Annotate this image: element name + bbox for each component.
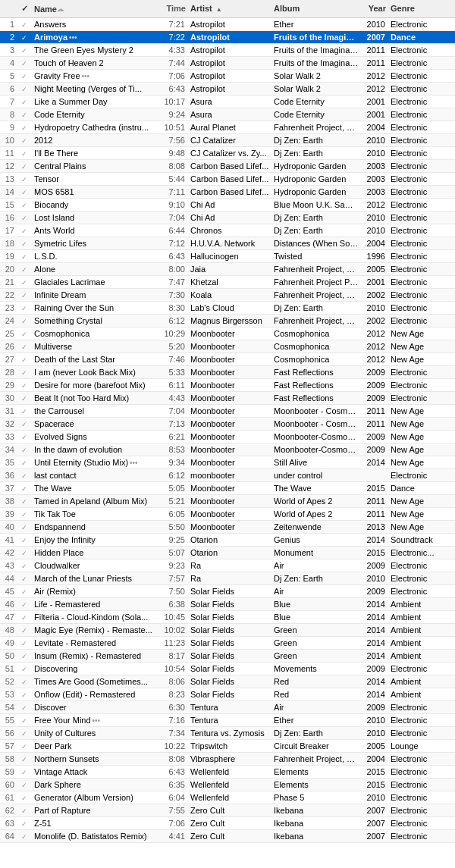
row-checkbox[interactable]: ✓ (17, 535, 32, 544)
row-checkbox[interactable]: ✓ (17, 174, 32, 183)
row-checkbox[interactable]: ✓ (17, 136, 32, 145)
row-checkbox[interactable]: ✓ (17, 45, 32, 55)
row-checkbox[interactable]: ✓ (17, 832, 32, 841)
table-row[interactable]: 24 ✓ Something Crystal 6:12 Magnus Birge… (0, 315, 455, 327)
table-row[interactable]: 37 ✓ The Wave 5:05 Moonbooter The Wave 2… (0, 482, 455, 495)
row-checkbox[interactable]: ✓ (17, 638, 32, 647)
header-name[interactable]: Name ☁ (32, 2, 159, 15)
row-checkbox[interactable]: ✓ (17, 393, 32, 403)
table-row[interactable]: 44 ✓ March of the Lunar Priests 7:57 Ra … (0, 572, 455, 585)
table-row[interactable]: 27 ✓ Death of the Last Star 7:46 Moonboo… (0, 353, 455, 366)
table-row[interactable]: 8 ✓ Code Eternity 9:24 Asura Code Eterni… (0, 108, 455, 121)
row-checkbox[interactable]: ✓ (17, 806, 32, 815)
row-checkbox[interactable]: ✓ (17, 342, 32, 351)
table-row[interactable]: 28 ✓ I am (never Look Back Mix) 5:33 Moo… (0, 366, 455, 379)
table-row[interactable]: 58 ✓ Northern Sunsets 8:08 Vibrasphere F… (0, 753, 455, 766)
row-checkbox[interactable]: ✓ (17, 239, 32, 248)
table-row[interactable]: 16 ✓ Lost Island 7:04 Chi Ad Dj Zen: Ear… (0, 212, 455, 224)
table-row[interactable]: 31 ✓ the Carrousel 7:04 Moonbooter Moonb… (0, 405, 455, 418)
row-checkbox[interactable]: ✓ (17, 625, 32, 635)
table-row[interactable]: 3 ✓ The Green Eyes Mystery 2 4:33 Astrop… (0, 44, 455, 57)
table-row[interactable]: 32 ✓ Spacerace 7:13 Moonbooter Moonboote… (0, 418, 455, 431)
table-row[interactable]: 57 ✓ Deer Park 10:22 Tripswitch Circuit … (0, 740, 455, 753)
row-checkbox[interactable]: ✓ (17, 651, 32, 660)
table-row[interactable]: 12 ✓ Central Plains 8:08 Carbon Based Li… (0, 160, 455, 173)
row-checkbox[interactable]: ✓ (17, 33, 32, 42)
table-row[interactable]: 34 ✓ In the dawn of evolution 8:53 Moonb… (0, 443, 455, 456)
row-checkbox[interactable]: ✓ (17, 303, 32, 312)
table-row[interactable]: 5 ✓ Gravity Free••• 7:06 Astropilot Sola… (0, 70, 455, 83)
table-row[interactable]: 55 ✓ Free Your Mind••• 7:16 Tentura Ethe… (0, 714, 455, 727)
row-checkbox[interactable]: ✓ (17, 97, 32, 106)
table-row[interactable]: 41 ✓ Enjoy the Infinity 9:25 Otarion Gen… (0, 534, 455, 547)
table-row[interactable]: 51 ✓ Discovering 10:54 Solar Fields Move… (0, 663, 455, 675)
table-row[interactable]: 33 ✓ Evolved Signs 6:21 Moonbooter Moonb… (0, 431, 455, 443)
row-checkbox[interactable]: ✓ (17, 290, 32, 299)
row-checkbox[interactable]: ✓ (17, 716, 32, 725)
table-row[interactable]: 9 ✓ Hydropoetry Cathedra (instru... 10:5… (0, 121, 455, 134)
table-row[interactable]: 10 ✓ 2012 7:56 CJ Catalizer Dj Zen: Eart… (0, 134, 455, 147)
row-checkbox[interactable]: ✓ (17, 471, 32, 480)
table-row[interactable]: 11 ✓ I'll Be There 9:48 CJ Catalizer vs.… (0, 147, 455, 160)
table-row[interactable]: 40 ✓ Endspannend 5:50 Moonbooter Zeitenw… (0, 521, 455, 534)
table-row[interactable]: 15 ✓ Biocandy 9:10 Chi Ad Blue Moon U.K.… (0, 199, 455, 212)
row-checkbox[interactable]: ✓ (17, 149, 32, 158)
row-checkbox[interactable]: ✓ (17, 381, 32, 390)
row-checkbox[interactable]: ✓ (17, 20, 32, 29)
header-album[interactable]: Album (271, 2, 361, 15)
header-check[interactable]: ✓ (17, 2, 32, 15)
row-checkbox[interactable]: ✓ (17, 780, 32, 789)
header-year[interactable]: Year (361, 2, 388, 15)
row-checkbox[interactable]: ✓ (17, 406, 32, 415)
row-checkbox[interactable]: ✓ (17, 84, 32, 93)
table-row[interactable]: 21 ✓ Glaciales Lacrimae 7:47 Khetzal Fah… (0, 276, 455, 289)
table-row[interactable]: 64 ✓ Monolife (D. Batistatos Remix) 4:41… (0, 830, 455, 843)
row-checkbox[interactable]: ✓ (17, 316, 32, 325)
row-checkbox[interactable]: ✓ (17, 741, 32, 750)
row-checkbox[interactable]: ✓ (17, 754, 32, 763)
row-checkbox[interactable]: ✓ (17, 458, 32, 467)
row-checkbox[interactable]: ✓ (17, 71, 32, 80)
table-row[interactable]: 56 ✓ Unity of Cultures 7:34 Tentura vs. … (0, 727, 455, 740)
table-row[interactable]: 54 ✓ Discover 6:30 Tentura Air 2009 Elec… (0, 701, 455, 714)
table-row[interactable]: 38 ✓ Tamed in Apeland (Album Mix) 5:21 M… (0, 495, 455, 508)
row-checkbox[interactable]: ✓ (17, 729, 32, 738)
table-row[interactable]: 13 ✓ Tensor 5:44 Carbon Based Lifef... H… (0, 173, 455, 186)
row-checkbox[interactable]: ✓ (17, 329, 32, 338)
table-row[interactable]: 52 ✓ Times Are Good (Sometimes... 8:06 S… (0, 675, 455, 688)
table-row[interactable]: 60 ✓ Dark Sphere 6:35 Wellenfeld Element… (0, 779, 455, 791)
table-row[interactable]: 43 ✓ Cloudwalker 9:23 Ra Air 2009 Electr… (0, 559, 455, 572)
row-checkbox[interactable]: ✓ (17, 561, 32, 570)
row-checkbox[interactable]: ✓ (17, 522, 32, 531)
table-row[interactable]: 35 ✓ Until Eternity (Studio Mix)••• 9:34… (0, 456, 455, 469)
table-row[interactable]: 19 ✓ L.S.D. 6:43 Hallucinogen Twisted 19… (0, 250, 455, 263)
header-time[interactable]: Time (159, 2, 188, 15)
table-row[interactable]: 14 ✓ MOS 6581 7:11 Carbon Based Lifef...… (0, 186, 455, 199)
row-checkbox[interactable]: ✓ (17, 419, 32, 428)
row-checkbox[interactable]: ✓ (17, 265, 32, 274)
row-checkbox[interactable]: ✓ (17, 368, 32, 377)
table-row[interactable]: 50 ✓ Insum (Remix) - Remastered 8:17 Sol… (0, 650, 455, 663)
table-row[interactable]: 42 ✓ Hidden Place 5:07 Otarion Monument … (0, 547, 455, 559)
table-row[interactable]: 22 ✓ Infinite Dream 7:30 Koala Fahrenhei… (0, 289, 455, 302)
row-checkbox[interactable]: ✓ (17, 587, 32, 596)
row-checkbox[interactable]: ✓ (17, 497, 32, 506)
row-checkbox[interactable]: ✓ (17, 574, 32, 583)
row-checkbox[interactable]: ✓ (17, 703, 32, 712)
row-checkbox[interactable]: ✓ (17, 509, 32, 519)
table-row[interactable]: 18 ✓ Symetric Lifes 7:12 H.U.V.A. Networ… (0, 237, 455, 250)
table-row[interactable]: 48 ✓ Magic Eye (Remix) - Remaste... 10:0… (0, 624, 455, 637)
table-row[interactable]: 4 ✓ Touch of Heaven 2 7:44 Astropilot Fr… (0, 57, 455, 70)
table-row[interactable]: 39 ✓ Tik Tak Toe 6:05 Moonbooter World o… (0, 508, 455, 521)
table-row[interactable]: 61 ✓ Generator (Album Version) 6:04 Well… (0, 791, 455, 804)
row-checkbox[interactable]: ✓ (17, 677, 32, 686)
header-genre[interactable]: Genre (388, 2, 441, 15)
table-row[interactable]: 23 ✓ Raining Over the Sun 8:30 Lab's Clo… (0, 302, 455, 315)
row-checkbox[interactable]: ✓ (17, 600, 32, 609)
table-row[interactable]: 25 ✓ Cosmophonica 10:29 Moonbooter Cosmo… (0, 327, 455, 340)
row-checkbox[interactable]: ✓ (17, 767, 32, 776)
table-row[interactable]: 7 ✓ Like a Summer Day 10:17 Asura Code E… (0, 96, 455, 108)
table-row[interactable]: 49 ✓ Levitate - Remastered 11:23 Solar F… (0, 637, 455, 650)
row-checkbox[interactable]: ✓ (17, 110, 32, 119)
row-checkbox[interactable]: ✓ (17, 213, 32, 222)
